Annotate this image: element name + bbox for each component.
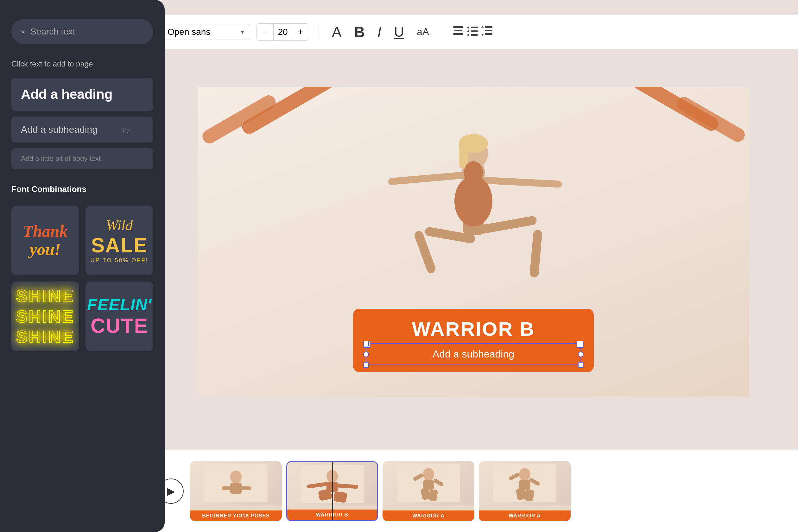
svg-point-49: [519, 468, 530, 481]
handle-bl[interactable]: [363, 362, 369, 368]
sidebar: Click text to add to page Add a heading …: [0, 0, 165, 532]
timeline-card-4-img: [479, 461, 571, 506]
timeline-card-4[interactable]: WARRIOR A: [479, 461, 571, 521]
thankyou-line1: Thank: [23, 222, 68, 240]
search-icon: [21, 26, 25, 37]
shine-line3: SHINE: [16, 326, 74, 347]
add-heading-button[interactable]: Add a heading: [12, 78, 153, 111]
sale-text: SALE: [90, 234, 148, 257]
font-selector[interactable]: Open sans ▾: [162, 24, 250, 40]
body-label: Add a little bit of body text: [21, 154, 101, 163]
font-size-decrease-button[interactable]: −: [257, 24, 273, 40]
svg-rect-6: [471, 31, 478, 32]
svg-rect-10: [485, 30, 492, 31]
svg-rect-32: [222, 487, 238, 490]
svg-point-7: [468, 34, 469, 36]
svg-rect-4: [471, 26, 478, 28]
format-underline-button[interactable]: U: [391, 22, 407, 42]
svg-rect-40: [334, 491, 347, 503]
svg-rect-1: [454, 30, 462, 31]
font-combo-feelincute[interactable]: FEELIN' CUTE: [86, 282, 153, 351]
font-size-control: − 20 +: [256, 23, 309, 40]
subheading-selected-box[interactable]: Add a subheading: [366, 343, 581, 365]
svg-point-5: [468, 31, 469, 32]
up-to-text: UP TO 50% OFF!: [90, 257, 148, 264]
warrior-title: WARRIOR B: [366, 318, 581, 340]
svg-point-42: [423, 468, 434, 481]
handle-tr[interactable]: [578, 341, 584, 346]
svg-point-3: [468, 26, 469, 28]
svg-line-15: [23, 32, 24, 33]
cute-text: CUTE: [87, 314, 152, 338]
svg-marker-13: [481, 34, 484, 36]
handle-mr[interactable]: [578, 352, 584, 357]
align-center-icon[interactable]: [452, 25, 464, 39]
format-italic-button[interactable]: I: [374, 22, 384, 42]
thumb-svg-3: [397, 464, 460, 502]
font-combo-thankyou[interactable]: Thank you!: [12, 206, 79, 275]
timeline-card-1-label: BEGINNER YOGA POSES: [190, 511, 282, 521]
timeline-card-1[interactable]: BEGINNER YOGA POSES: [190, 461, 282, 521]
add-body-text-button[interactable]: Add a little bit of body text: [12, 148, 153, 169]
search-bar[interactable]: [12, 19, 153, 44]
thankyou-line2: you!: [23, 240, 68, 259]
svg-rect-33: [235, 487, 251, 490]
timeline-card-1-img: [190, 461, 282, 506]
handle-br[interactable]: [578, 362, 584, 368]
format-bold-button[interactable]: B: [351, 21, 368, 42]
chevron-down-icon: ▾: [241, 28, 244, 36]
timeline-card-3-label: WARRIOR A: [382, 511, 474, 521]
click-hint-label: Click text to add to page: [12, 59, 153, 69]
line-spacing-icon[interactable]: [481, 25, 494, 39]
svg-rect-0: [453, 26, 463, 28]
list-icon[interactable]: [467, 25, 479, 39]
orange-blob: WARRIOR B Add a subheading: [353, 309, 594, 372]
handle-ml[interactable]: [363, 352, 369, 357]
playhead-marker: [332, 462, 333, 520]
svg-rect-50: [519, 480, 530, 490]
font-name: Open sans: [168, 27, 236, 37]
svg-rect-2: [453, 33, 463, 35]
play-icon: ▶: [167, 485, 175, 497]
canvas-subheading[interactable]: Add a subheading: [433, 348, 514, 360]
format-case-button[interactable]: aA: [414, 24, 432, 40]
svg-rect-11: [485, 33, 492, 35]
wild-text: Wild: [90, 217, 148, 234]
timeline-card-3-img: [382, 461, 474, 506]
svg-rect-8: [471, 34, 478, 36]
text-overlay: WARRIOR B Add a subheading: [353, 309, 594, 372]
shine-line2: SHINE: [16, 306, 74, 327]
search-input[interactable]: [31, 26, 144, 37]
add-subheading-button[interactable]: Add a subheading ☞: [12, 116, 153, 142]
divider2: [442, 24, 442, 40]
timeline-card-2[interactable]: WARRIOR B: [286, 461, 378, 521]
heading-label: Add a heading: [21, 87, 112, 102]
timeline: ▶ BEGINNER YOGA POSES: [149, 450, 798, 532]
thumb-svg-4: [493, 464, 556, 502]
subheading-label: Add a subheading: [21, 124, 97, 135]
svg-rect-43: [423, 480, 434, 490]
svg-marker-12: [481, 26, 484, 27]
align-controls: [452, 25, 494, 39]
svg-point-28: [464, 161, 483, 184]
feelin-text: FEELIN': [87, 295, 152, 314]
canvas[interactable]: WARRIOR B Add a subheading: [198, 87, 749, 397]
shine-line1: SHINE: [16, 286, 74, 306]
handle-tl[interactable]: [363, 341, 369, 346]
font-combo-wildsale[interactable]: Wild SALE UP TO 50% OFF!: [86, 206, 153, 275]
svg-rect-26: [530, 230, 543, 278]
font-size-increase-button[interactable]: +: [292, 24, 309, 40]
timeline-card-3[interactable]: WARRIOR A: [382, 461, 474, 521]
timeline-card-4-label: WARRIOR A: [479, 511, 571, 521]
cursor-hand-icon: ☞: [122, 125, 131, 136]
yoga-figure-area: [198, 106, 749, 334]
divider: [319, 24, 319, 40]
svg-rect-21: [476, 176, 562, 188]
svg-rect-54: [524, 489, 534, 501]
yoga-person-svg: [331, 109, 616, 331]
format-text-button[interactable]: A: [329, 21, 345, 42]
canvas-wrap: WARRIOR B Add a subheading: [149, 35, 798, 450]
text-toolbar: Open sans ▾ − 20 + A B I U aA: [149, 15, 798, 50]
font-combo-shine[interactable]: SHINE SHINE SHINE: [12, 282, 79, 351]
font-size-value: 20: [273, 24, 292, 40]
